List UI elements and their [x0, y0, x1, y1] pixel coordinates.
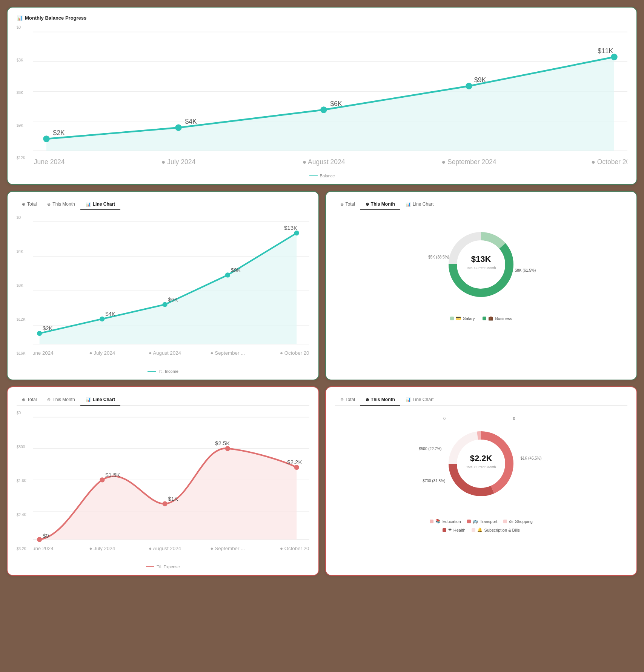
income-legend-label: Ttl. Income — [158, 369, 178, 374]
expense-donut-area: $500 (22.7%) $1K (45.5%) 0 0 $700 (31.8%… — [417, 415, 545, 513]
balance-card-title: 📊 Monthly Balance Progress — [17, 15, 627, 21]
expense-donut-tabs: ⊕ Total ⊕ This Month 📊 Line Chart — [335, 395, 628, 406]
svg-text:● July 2024: ● July 2024 — [89, 546, 115, 551]
edu-label: $500 (22.7%) — [419, 447, 441, 451]
svg-text:$11K: $11K — [598, 47, 613, 55]
income-donut-tab-thismonth[interactable]: ⊕ This Month — [360, 199, 400, 210]
balance-legend-label: Balance — [320, 174, 335, 178]
subscription-legend-item: 🔔 Subscription & Bills — [472, 527, 520, 532]
edu-legend-item: 📚 Education — [430, 519, 461, 524]
svg-point-54 — [294, 465, 299, 470]
salary-legend-item: 💳 Salary — [450, 316, 475, 321]
svg-text:Total Current Month: Total Current Month — [466, 465, 496, 469]
balance-title-text: Monthly Balance Progress — [25, 15, 86, 21]
svg-point-51 — [100, 477, 105, 482]
svg-text:$2K: $2K — [53, 129, 65, 137]
expense-donut-section: $500 (22.7%) $1K (45.5%) 0 0 $700 (31.8%… — [335, 411, 628, 536]
svg-text:● July 2024: ● July 2024 — [89, 350, 115, 356]
income-tab-linechart[interactable]: 📊 Line Chart — [80, 199, 120, 210]
business-legend-item: 💼 Business — [483, 316, 512, 321]
svg-text:● June 2024: ● June 2024 — [33, 158, 65, 166]
svg-text:● October 20...: ● October 20... — [280, 350, 309, 356]
income-legend-line — [148, 371, 156, 372]
svg-text:$13K: $13K — [471, 254, 491, 264]
svg-text:● September ...: ● September ... — [211, 546, 245, 551]
expense-tab-linechart[interactable]: 📊 Line Chart — [80, 395, 120, 405]
income-donut-section: $5K (38.5%) $8K (61.5%) $13K Total Curre… — [335, 215, 628, 324]
svg-text:$6K: $6K — [168, 296, 178, 303]
expense-donut-svg: $2.2K Total Current Month — [443, 426, 519, 501]
svg-text:$2K: $2K — [43, 325, 53, 331]
expense-donut-legend: 📚 Education 🚌 Transport 🛍 Shopping — [421, 519, 541, 532]
svg-text:$9K: $9K — [474, 76, 486, 84]
svg-text:● October 20...: ● October 20... — [280, 546, 309, 551]
svg-point-28 — [225, 272, 230, 277]
income-y-labels: $16K $12K $8K $4K $0 — [17, 215, 31, 355]
expense-chart-svg: $0 $1.5K $1K $2.5K $2.2K ● June 2024 ● J… — [33, 411, 309, 561]
bottom-row: ⊕ Total ⊕ This Month 📊 Line Chart $3.2K … — [7, 386, 637, 576]
svg-text:$9K: $9K — [231, 267, 241, 273]
svg-text:● June 2024: ● June 2024 — [33, 350, 54, 356]
svg-point-9 — [611, 54, 618, 60]
income-donut-card: ⊕ Total ⊕ This Month 📊 Line Chart $5K (3… — [325, 191, 638, 380]
expense-legend-label: Ttl. Expense — [157, 564, 180, 569]
svg-text:$2.2K: $2.2K — [287, 459, 302, 465]
business-legend-label: Business — [495, 316, 512, 321]
expense-donut-tab-linechart[interactable]: 📊 Line Chart — [400, 395, 439, 405]
balance-chart-svg: $2K $4K $6K $9K $11K ● June 2024 ● July … — [33, 25, 627, 171]
shopping-label: 0 — [513, 417, 515, 421]
thismonth-icon: ⊕ — [47, 202, 51, 207]
svg-text:● September ...: ● September ... — [211, 350, 245, 356]
shopping-legend-item: 🛍 Shopping — [503, 519, 533, 524]
income-tab-total[interactable]: ⊕ Total — [17, 199, 42, 210]
svg-text:● September 2024: ● September 2024 — [442, 158, 496, 166]
svg-text:● August 2024: ● August 2024 — [149, 350, 181, 356]
svg-point-53 — [225, 446, 230, 451]
svg-text:● August 2024: ● August 2024 — [303, 158, 345, 166]
balance-chart-wrapper: $12K $9K $6K $3K $0 — [17, 25, 627, 171]
svg-point-50 — [37, 537, 42, 542]
income-donut-tab-total[interactable]: ⊕ Total — [335, 199, 360, 210]
middle-row: ⊕ Total ⊕ This Month 📊 Line Chart $16K $… — [7, 191, 637, 380]
salary-dot — [450, 317, 454, 320]
expense-line-tabs: ⊕ Total ⊕ This Month 📊 Line Chart — [17, 395, 309, 406]
business-dot — [483, 317, 486, 320]
income-chart-wrapper: $16K $12K $8K $4K $0 — [17, 215, 309, 366]
expense-legend-line — [146, 566, 154, 567]
salary-legend-label: Salary — [463, 316, 475, 321]
expense-line-card: ⊕ Total ⊕ This Month 📊 Line Chart $3.2K … — [7, 386, 319, 576]
svg-point-26 — [100, 317, 105, 321]
svg-text:● June 2024: ● June 2024 — [33, 546, 54, 551]
svg-text:Total Current Month: Total Current Month — [466, 266, 496, 270]
income-donut-area: $5K (38.5%) $8K (61.5%) $13K Total Curre… — [421, 219, 541, 310]
income-donut-svg: $13K Total Current Month — [443, 227, 519, 302]
income-chart-svg: $2K $4K $6K $9K $13K ● June 2024 ● July … — [33, 215, 309, 366]
income-line-card: ⊕ Total ⊕ This Month 📊 Line Chart $16K $… — [7, 191, 319, 380]
transport-label: $1K (45.5%) — [521, 456, 542, 460]
income-legend: Ttl. Income — [17, 369, 309, 374]
svg-point-29 — [294, 231, 299, 235]
balance-title-icon: 📊 — [17, 15, 23, 21]
transport-legend-item: 🚌 Transport — [467, 519, 498, 524]
expense-donut-card: ⊕ Total ⊕ This Month 📊 Line Chart $500 (… — [325, 386, 638, 576]
dashboard: 📊 Monthly Balance Progress $12K $9K $6K … — [7, 7, 637, 576]
expense-donut-tab-total[interactable]: ⊕ Total — [335, 395, 360, 405]
income-tab-thismonth[interactable]: ⊕ This Month — [42, 199, 80, 210]
balance-progress-card: 📊 Monthly Balance Progress $12K $9K $6K … — [7, 7, 637, 185]
svg-point-5 — [43, 135, 50, 142]
balance-legend-line — [309, 175, 318, 176]
income-donut-tab-linechart[interactable]: 📊 Line Chart — [400, 199, 439, 210]
total-icon: ⊕ — [22, 202, 25, 207]
income-line-tabs: ⊕ Total ⊕ This Month 📊 Line Chart — [17, 199, 309, 210]
expense-tab-total[interactable]: ⊕ Total — [17, 395, 42, 405]
health-label: $700 (31.8%) — [423, 479, 445, 483]
expense-donut-tab-thismonth[interactable]: ⊕ This Month — [360, 395, 400, 405]
svg-point-7 — [320, 106, 327, 113]
svg-text:$1K: $1K — [168, 495, 178, 502]
svg-point-25 — [37, 331, 42, 336]
svg-text:$1.5K: $1.5K — [105, 472, 120, 478]
health-legend-item: ❤ Health — [443, 527, 466, 532]
expense-tab-thismonth[interactable]: ⊕ This Month — [42, 395, 80, 405]
svg-point-27 — [162, 302, 167, 307]
svg-text:$2.5K: $2.5K — [215, 440, 230, 446]
